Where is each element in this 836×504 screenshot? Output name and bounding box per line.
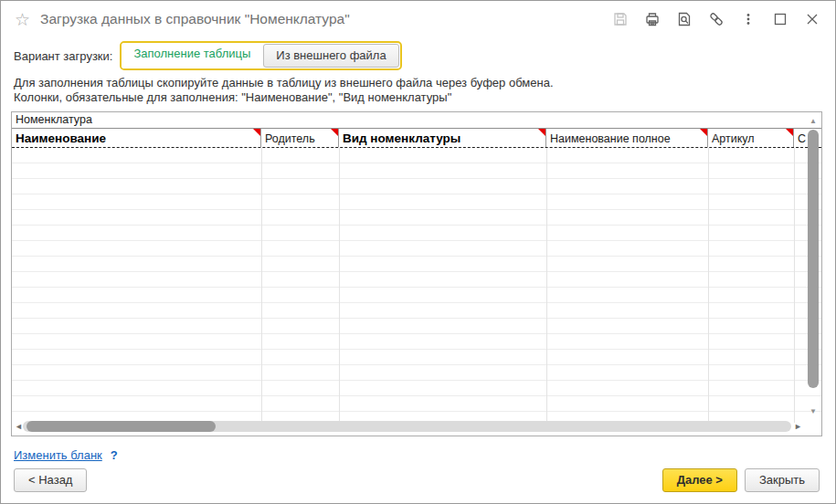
column-header-5[interactable]: Артикул	[708, 129, 794, 147]
footer-link-row: Изменить бланк ?	[14, 448, 118, 462]
table-row[interactable]	[12, 334, 821, 350]
table-row[interactable]	[12, 194, 821, 210]
table-row[interactable]	[12, 226, 821, 241]
titlebar: ☆ Загрузка данных в справочник "Номенкла…	[1, 1, 835, 37]
corner-marker-icon	[700, 129, 707, 136]
horizontal-scroll-thumb[interactable]	[26, 421, 216, 432]
save-icon[interactable]	[610, 9, 630, 29]
column-header-label: Наименование	[16, 131, 106, 145]
corner-marker-icon	[331, 129, 338, 136]
table-row[interactable]	[12, 163, 821, 179]
table-row[interactable]	[12, 365, 821, 381]
option-external-file[interactable]: Из внешнего файла	[263, 44, 398, 68]
table-row[interactable]	[12, 272, 821, 288]
column-header-label: Наименование полное	[550, 132, 671, 145]
table-row[interactable]	[12, 257, 821, 272]
grid-column-line	[794, 148, 795, 423]
grid-body[interactable]	[12, 148, 821, 423]
next-button[interactable]: Далее >	[662, 468, 737, 492]
table-row[interactable]	[12, 319, 821, 334]
instruction-line-2: Колонки, обязательные для заполнения: "Н…	[14, 90, 554, 105]
table-row[interactable]	[12, 350, 821, 365]
back-button[interactable]: < Назад	[14, 468, 87, 492]
print-preview-icon[interactable]	[674, 9, 694, 29]
grid-group-header: Номенклатура	[12, 112, 821, 129]
load-variant-switcher: Заполнение таблицы Из внешнего файла	[120, 41, 401, 70]
scroll-right-icon[interactable]: ►	[794, 422, 802, 431]
edit-blank-link[interactable]: Изменить бланк	[14, 448, 102, 462]
table-row[interactable]	[12, 396, 821, 412]
column-header-1[interactable]: Наименование	[12, 129, 261, 147]
variant-label: Вариант загрузки:	[14, 49, 112, 63]
column-header-label: С	[798, 132, 806, 145]
scroll-down-icon[interactable]: ▼	[807, 407, 820, 415]
instructions: Для заполнения таблицы скопируйте данные…	[14, 76, 554, 105]
print-icon[interactable]	[642, 9, 662, 29]
dialog-window: ☆ Загрузка данных в справочник "Номенкла…	[0, 0, 836, 504]
horizontal-scroll-track[interactable]	[23, 421, 791, 432]
maximize-icon[interactable]	[770, 9, 790, 29]
column-header-label: Родитель	[265, 132, 315, 145]
scroll-left-icon[interactable]: ◄	[15, 422, 23, 431]
instruction-line-1: Для заполнения таблицы скопируйте данные…	[14, 76, 554, 90]
table-row[interactable]	[12, 303, 821, 319]
window-title: Загрузка данных в справочник "Номенклату…	[40, 11, 350, 27]
table-row[interactable]	[12, 381, 821, 396]
close-button[interactable]: Закрыть	[745, 468, 820, 492]
table-row[interactable]	[12, 288, 821, 303]
corner-marker-icon	[786, 129, 793, 136]
corner-marker-icon	[253, 129, 260, 136]
help-icon[interactable]: ?	[111, 448, 118, 462]
column-header-label: Вид номенклатуры	[343, 131, 460, 145]
option-fill-table[interactable]: Заполнение таблицы	[122, 43, 262, 68]
grid-column-line	[708, 148, 709, 423]
variant-row: Вариант загрузки: Заполнение таблицы Из …	[14, 41, 402, 70]
nomenclature-grid: Номенклатура НаименованиеРодительВид ном…	[11, 111, 822, 436]
column-header-4[interactable]: Наименование полное	[546, 129, 708, 147]
right-buttons: Далее > Закрыть	[662, 468, 820, 492]
titlebar-icons	[610, 9, 822, 29]
table-row[interactable]	[12, 179, 821, 194]
table-row[interactable]	[12, 210, 821, 226]
column-header-3[interactable]: Вид номенклатуры	[339, 129, 546, 147]
table-row[interactable]	[12, 241, 821, 257]
grid-column-line	[261, 148, 262, 423]
link-icon[interactable]	[706, 9, 726, 29]
vertical-scrollbar[interactable]: ▲ ▼	[807, 117, 820, 415]
horizontal-scrollbar[interactable]: ◄ ►	[12, 419, 821, 436]
grid-column-line	[339, 148, 340, 423]
table-row[interactable]	[12, 148, 821, 163]
more-menu-icon[interactable]	[738, 9, 758, 29]
corner-marker-icon	[538, 129, 545, 136]
vertical-scroll-thumb[interactable]	[808, 130, 819, 388]
column-header-row: НаименованиеРодительВид номенклатурыНаим…	[12, 129, 821, 148]
scroll-up-icon[interactable]: ▲	[807, 117, 820, 125]
favorite-star-icon[interactable]: ☆	[15, 11, 30, 28]
grid-column-line	[546, 148, 547, 423]
column-header-label: Артикул	[712, 132, 755, 145]
close-icon[interactable]	[802, 9, 822, 29]
column-header-2[interactable]: Родитель	[261, 129, 339, 147]
footer-buttons: < Назад Далее > Закрыть	[14, 468, 820, 493]
